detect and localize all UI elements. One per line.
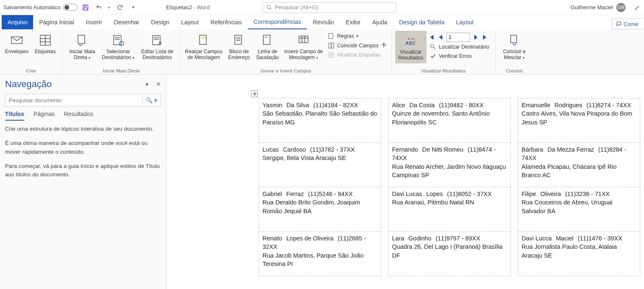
nav-hint-1: Crie uma estrutura de tópicos interativa… [5,125,161,133]
nav-title: Navegação [5,79,52,90]
svg-rect-20 [235,35,242,44]
tab-help[interactable]: Ajuda [366,15,393,29]
first-record-icon[interactable] [428,34,435,41]
next-record-icon[interactable] [473,34,479,41]
atualizar-label: Atualizar Etiquetas [337,52,381,58]
preview-results-button[interactable]: « » ABC Visualizar Resultados [395,31,426,63]
nav-search-icon[interactable]: 🔍 ▾ [142,97,157,103]
svg-line-37 [434,47,436,49]
highlight-fields-icon [196,33,211,48]
label-cell[interactable]: Lucas Cardoso (11)3782 - 37XXSergipe, Be… [259,143,381,187]
label-cell[interactable]: Emanuelle Rodrigues (11)8274 - 74XXCastr… [518,98,640,143]
inserir-campo-button[interactable]: Inserir Campo de Mesclagem ▾ [283,31,325,62]
label-cell[interactable]: Fernando De Nitti Romeu (11)8474 - 74XXR… [389,143,511,187]
editar-lista-button[interactable]: Editar Lista de Destinatários [138,31,177,62]
svg-rect-19 [201,37,205,38]
label-cell[interactable]: Renato Lopes de Oliveira (11)2685 - 32XX… [259,232,381,276]
redo-button[interactable] [114,2,125,13]
table-move-handle[interactable]: ✥ [251,90,258,97]
search-box[interactable]: Pesquisar (Alt+G) [262,2,397,13]
selecionar-dest-button[interactable]: Selecionar Destinatários ▾ [100,31,136,62]
svg-rect-24 [263,35,270,44]
edit-list-icon [150,33,165,48]
linha-button[interactable]: Linha de Saudação [254,31,281,62]
label-cell[interactable]: Lara Godinho (11)9797 - 89XXQuadra 26, D… [389,232,511,276]
save-button[interactable] [80,2,91,13]
tab-draw[interactable]: Desenhar [108,15,145,29]
app-name: Word [197,4,210,10]
envelope-icon [9,33,24,48]
label-cell[interactable]: Yasmin Da Silva (11)4184 - 82XXSão Sebas… [259,98,381,143]
labels-table: Yasmin Da Silva (11)4184 - 82XXSão Sebas… [259,98,640,276]
nav-tab-titulos[interactable]: Títulos [5,111,24,121]
label-cell[interactable]: Gabriel Ferraz (11)5246 - 84XXRua Derald… [259,187,381,232]
user-avatar: GM [616,3,626,12]
verificar-label: Verificar Erros [439,53,472,59]
tab-review[interactable]: Revisão [307,15,340,29]
verificar-button[interactable]: Verificar Erros [428,52,492,60]
user-account[interactable]: Guilherme Maciel GM [571,3,626,12]
label-cell[interactable]: Alice Da Costa (11)9482 - 80XXQuinze de … [389,98,511,143]
svg-rect-10 [78,35,85,44]
realcar-button[interactable]: Realçar Campos de Mesclagem [184,31,224,62]
tab-file[interactable]: Arquivo [2,15,33,29]
nav-tab-paginas[interactable]: Páginas [34,111,55,121]
tab-table-design[interactable]: Design da Tabela [393,15,450,29]
nav-tab-resultados[interactable]: Resultados [64,111,93,121]
svg-point-3 [267,5,270,8]
comments-label: Come [623,21,638,27]
ribbon-content: Envelopes Etiquetas Criar Iniciar Mala D… [0,29,644,75]
coincidir-button[interactable]: Coincidir Campos 卡 [326,41,388,50]
regras-button[interactable]: Regras ▾ [326,32,388,40]
tab-insert[interactable]: Inserir [80,15,108,29]
autosave-toggle-icon[interactable] [63,4,78,11]
tab-design[interactable]: Design [145,15,175,29]
tab-layout[interactable]: Layout [175,15,205,29]
tab-references[interactable]: Referências [205,15,248,29]
etiquetas-button[interactable]: Etiquetas [32,31,59,56]
tab-home[interactable]: Página Inicial [33,15,80,29]
label-cell[interactable]: Davi Lucca Maciel (11)1476 - 39XXRua Jor… [518,232,640,276]
svg-rect-2 [84,8,87,10]
label-cell[interactable]: Davi Lucas Lopes (11)8052 - 37XXRua Aran… [389,187,511,232]
tab-mailings[interactable]: Correspondências [248,15,307,29]
svg-rect-38 [511,35,517,43]
main-area: Navegação ▾ ✕ 🔍 ▾ Títulos Páginas Result… [0,75,644,289]
finish-merge-icon [507,33,522,48]
inserir-campo-label: Inserir Campo de Mesclagem ▾ [283,49,324,61]
label-cell[interactable]: Filipe Oliveira (11)3236 - 71XXRua Couce… [518,187,640,232]
concluir-label: Concluir e Mesclar ▾ [500,49,529,61]
nav-options-dropdown[interactable]: ▾ [145,81,148,88]
label-cell[interactable]: Bárbara Da Mezza Ferraz (11)8284 - 74XXA… [518,143,640,187]
record-number-input[interactable] [447,33,470,42]
svg-rect-31 [329,43,331,48]
nav-pane-header: Navegação ▾ ✕ [5,79,161,90]
nav-body-text: Crie uma estrutura de tópicos interativa… [5,125,161,185]
bloco-button[interactable]: Bloco de Endereço [226,31,252,62]
last-record-icon[interactable] [482,34,488,41]
undo-button[interactable] [93,2,104,13]
tab-view[interactable]: Exibir [340,15,366,29]
check-errors-icon [430,53,436,59]
tab-table-layout[interactable]: Layout [450,15,480,29]
nav-search-input[interactable]: 🔍 ▾ [5,94,161,106]
autosave-control[interactable]: Salvamento Automático [3,4,78,11]
undo-dropdown[interactable]: ▾ [107,2,112,13]
group-concluir: Concluir e Mesclar ▾ Concluir [496,29,533,74]
etiquetas-label: Etiquetas [35,49,56,54]
svg-rect-30 [329,34,333,39]
document-area[interactable]: ✥ Yasmin Da Silva (11)4184 - 82XXSão Seb… [166,75,644,289]
search-icon [266,5,272,10]
prev-record-icon[interactable] [437,34,444,41]
find-recipient-icon [430,44,436,50]
qat-customize[interactable]: ▾ [128,2,139,13]
draw-mode-icon[interactable] [634,4,641,11]
nav-search-field[interactable] [9,97,142,103]
localizar-button[interactable]: Localizar Destinatário [428,43,492,51]
envelopes-button[interactable]: Envelopes [3,31,30,56]
comments-button[interactable]: Come [611,18,642,29]
atualizar-button: Atualizar Etiquetas [326,51,388,59]
concluir-button[interactable]: Concluir e Mesclar ▾ [499,31,530,62]
iniciar-mala-button[interactable]: Iniciar Mala Direta ▾ [66,31,99,62]
nav-close-button[interactable]: ✕ [156,81,161,88]
